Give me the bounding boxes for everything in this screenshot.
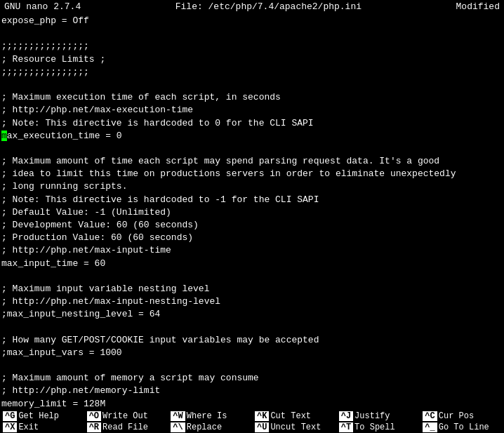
editor-line: ; Maximum input variable nesting level [0, 283, 504, 295]
footer-item-1-0[interactable]: ^XExit [0, 422, 84, 433]
footer-label-0-2: Where Is [187, 411, 227, 421]
editor-line: ; http://php.net/max-input-time [0, 244, 504, 257]
editor-line: ; Maximum execution time of each script,… [0, 91, 504, 104]
editor-line: ; Production Value: 60 (60 seconds) [0, 232, 504, 244]
footer-key-0-2: ^W [171, 411, 185, 421]
footer-item-0-5[interactable]: ^CCur Pos [420, 411, 504, 422]
footer-label-0-4: Justify [354, 411, 390, 421]
footer-item-1-4[interactable]: ^TTo Spell [336, 422, 420, 433]
footer-item-1-2[interactable]: ^\Replace [168, 422, 252, 433]
footer-item-0-4[interactable]: ^JJustify [336, 411, 420, 422]
footer-label-1-3: Uncut Text [270, 422, 321, 432]
editor-line: ; Note: This directive is hardcoded to -… [0, 194, 504, 206]
footer-key-1-5: ^_ [423, 422, 437, 432]
footer-key-0-4: ^J [339, 411, 353, 421]
editor-line: ; How many GET/POST/COOKIE input variabl… [0, 334, 504, 347]
editor-line [0, 270, 504, 283]
footer-item-1-5[interactable]: ^_Go To Line [420, 422, 504, 433]
footer-item-1-3[interactable]: ^UUncut Text [252, 422, 336, 433]
title-bar: GNU nano 2.7.4 File: /etc/php/7.4/apache… [0, 0, 504, 13]
footer-row-0: ^GGet Help^OWrite Out^WWhere Is^KCut Tex… [0, 411, 504, 422]
editor[interactable]: expose_php = Off ;;;;;;;;;;;;;;;;; Resou… [0, 13, 504, 411]
editor-line: ;max_input_nesting_level = 64 [0, 308, 504, 321]
editor-line: memory_limit = 128M [0, 398, 504, 411]
title-center: File: /etc/php/7.4/apache2/php.ini [175, 1, 362, 12]
footer-key-1-1: ^R [87, 422, 101, 432]
footer-label-1-1: Read File [102, 422, 148, 432]
footer-label-1-0: Exit [18, 422, 39, 432]
footer-item-0-1[interactable]: ^OWrite Out [84, 411, 168, 422]
footer-key-0-0: ^G [3, 411, 17, 421]
app: GNU nano 2.7.4 File: /etc/php/7.4/apache… [0, 0, 504, 433]
footer-row-1: ^XExit^RRead File^\Replace^UUncut Text^T… [0, 422, 504, 433]
editor-line: max_execution_time = 0 [0, 130, 504, 142]
cursor: m [1, 131, 7, 141]
editor-line: ; idea to limit this time on productions… [0, 168, 504, 180]
footer-key-0-5: ^C [423, 411, 437, 421]
editor-line: ;;;;;;;;;;;;;;;; [0, 40, 504, 53]
editor-line [0, 321, 504, 334]
editor-line: ;max_input_vars = 1000 [0, 347, 504, 359]
editor-line: ; http://php.net/max-execution-time [0, 104, 504, 116]
footer-key-1-4: ^T [339, 422, 353, 432]
editor-line: ; http://php.net/memory-limit [0, 385, 504, 397]
editor-line: expose_php = Off [0, 15, 504, 27]
footer-label-0-3: Cut Text [270, 411, 311, 421]
editor-line: max_input_time = 60 [0, 258, 504, 270]
title-left: GNU nano 2.7.4 [4, 1, 81, 12]
footer-key-0-1: ^O [87, 411, 101, 421]
footer-key-1-2: ^\ [171, 422, 185, 432]
editor-line: ;;;;;;;;;;;;;;;; [0, 66, 504, 79]
editor-line [0, 359, 504, 372]
footer: ^GGet Help^OWrite Out^WWhere Is^KCut Tex… [0, 411, 504, 433]
title-right: Modified [456, 1, 500, 12]
footer-key-1-3: ^U [255, 422, 269, 432]
editor-line: ; Resource Limits ; [0, 53, 504, 66]
editor-line: ; long running scripts. [0, 180, 504, 193]
footer-label-0-0: Get Help [18, 411, 59, 421]
footer-key-0-3: ^K [255, 411, 269, 421]
footer-label-1-5: Go To Line [439, 422, 489, 432]
footer-label-1-4: To Spell [354, 422, 395, 432]
footer-item-0-0[interactable]: ^GGet Help [0, 411, 84, 422]
footer-label-0-5: Cur Pos [439, 411, 474, 421]
editor-line: ; Maximum amount of time each script may… [0, 155, 504, 168]
footer-item-1-1[interactable]: ^RRead File [84, 422, 168, 433]
editor-line: ; Maximum amount of memory a script may … [0, 372, 504, 385]
editor-line: ; http://php.net/max-input-nesting-level [0, 295, 504, 308]
footer-item-0-2[interactable]: ^WWhere Is [168, 411, 252, 422]
editor-line [0, 27, 504, 40]
footer-label-0-1: Write Out [102, 411, 148, 421]
editor-line: ; Development Value: 60 (60 seconds) [0, 219, 504, 232]
editor-line [0, 142, 504, 155]
footer-label-1-2: Replace [187, 422, 222, 432]
footer-item-0-3[interactable]: ^KCut Text [252, 411, 336, 422]
footer-key-1-0: ^X [3, 422, 17, 432]
editor-line [0, 79, 504, 91]
editor-line: ; Default Value: -1 (Unlimited) [0, 206, 504, 219]
editor-line: ; Note: This directive is hardcoded to 0… [0, 117, 504, 130]
